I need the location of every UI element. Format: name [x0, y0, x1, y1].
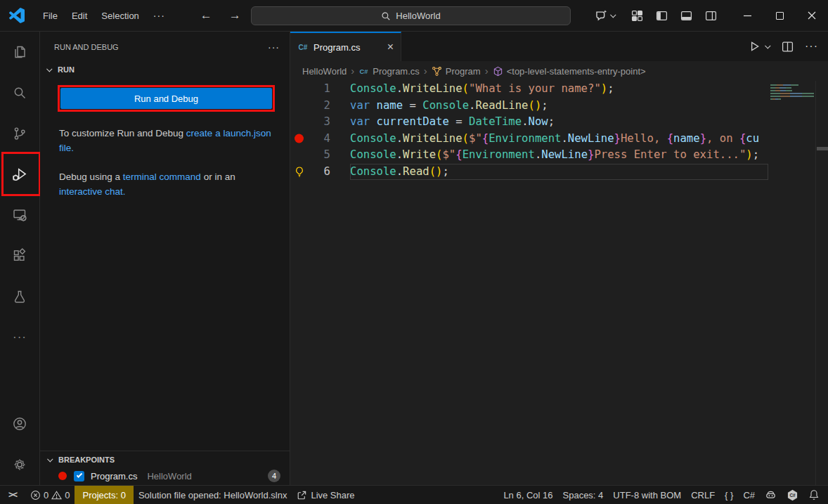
gutter[interactable]: 3 [290, 114, 350, 131]
tab-program-cs[interactable]: C# Program.cs × [290, 32, 401, 61]
explorer-icon[interactable] [0, 32, 39, 72]
menu-selection[interactable]: Selection [94, 8, 145, 24]
command-center-search[interactable]: HelloWorld [251, 6, 571, 25]
encoding-status[interactable]: UTF-8 with BOM [608, 486, 686, 504]
breadcrumb-item[interactable]: Program [432, 66, 481, 77]
remote-explorer-icon[interactable] [0, 195, 39, 235]
copilot-status-icon[interactable] [760, 486, 782, 504]
run-and-debug-icon[interactable] [0, 154, 39, 195]
minimize-button[interactable] [731, 0, 763, 31]
line-number: 4 [324, 131, 330, 148]
csharp-devkit-icon[interactable]: C# [782, 486, 803, 504]
remote-indicator[interactable]: >< [0, 486, 25, 504]
vscode-logo-icon [9, 7, 26, 24]
search-view-icon[interactable] [0, 72, 39, 113]
close-button[interactable] [796, 0, 828, 31]
sidebar-more-actions-button[interactable]: ··· [268, 41, 280, 53]
breadcrumb-item[interactable]: <top-level-statements-entry-point> [493, 66, 646, 77]
breadcrumb-label: HelloWorld [302, 66, 347, 77]
code-line-2[interactable]: 2var name = Console.ReadLine(); [290, 98, 828, 115]
notifications-bell-icon[interactable] [803, 486, 828, 504]
code-line-5[interactable]: 5Console.Write($"{Environment.NewLine}Pr… [290, 147, 828, 164]
navigate-back-icon[interactable]: ← [200, 8, 212, 22]
live-share-status[interactable]: Live Share [292, 486, 359, 504]
solution-status[interactable]: Solution file opened: HelloWorld.slnx [134, 486, 292, 504]
toggle-secondary-sidebar-icon[interactable] [705, 10, 717, 22]
accounts-icon[interactable] [0, 403, 39, 444]
copilot-icon [595, 9, 608, 22]
source-control-icon[interactable] [0, 113, 39, 154]
activity-bar: ··· [0, 32, 40, 485]
language-mode-status[interactable]: C# [738, 486, 760, 504]
annotation-box-debug-icon [1, 152, 41, 196]
overview-ruler [815, 81, 828, 485]
breadcrumb-item[interactable]: HelloWorld [302, 66, 347, 77]
class-symbol-icon [432, 66, 442, 77]
chevron-down-icon[interactable] [765, 43, 770, 49]
gutter[interactable]: 1 [290, 81, 350, 98]
menu-file[interactable]: File [36, 8, 65, 24]
tab-close-icon[interactable]: × [387, 41, 394, 53]
code-line-1[interactable]: 1Console.WriteLine("What is your name?")… [290, 81, 828, 98]
gutter[interactable]: 5 [290, 147, 350, 164]
code-text: Console.WriteLine($"{Environment.NewLine… [350, 131, 768, 148]
gutter[interactable]: 4 [290, 131, 350, 148]
projects-status[interactable]: Projects: 0 [75, 486, 133, 504]
code-line-4[interactable]: 4Console.WriteLine($"{Environment.NewLin… [290, 131, 828, 148]
chevron-right-icon: › [484, 65, 490, 77]
navigate-forward-icon[interactable]: → [229, 8, 241, 22]
brackets-status[interactable]: { } [720, 486, 738, 504]
menu-edit[interactable]: Edit [65, 8, 94, 24]
maximize-button[interactable] [763, 0, 796, 31]
breakpoints-header[interactable]: BREAKPOINTS [40, 451, 290, 467]
gutter[interactable]: 2 [290, 98, 350, 115]
customize-layout-icon[interactable] [631, 10, 643, 22]
csharp-symbol-icon: C# [358, 66, 369, 77]
menu-bar: FileEditSelection [36, 8, 146, 24]
breadcrumb-item[interactable]: C#Program.cs [358, 66, 419, 77]
overview-ruler-decoration [817, 147, 828, 150]
sidebar-paragraph: To customize Run and Debug create a laun… [59, 126, 273, 155]
more-views-icon[interactable]: ··· [0, 317, 39, 358]
sidebar-link[interactable]: interactive chat. [59, 186, 126, 197]
breakpoint-checkbox[interactable] [74, 471, 84, 482]
indentation-status[interactable]: Spaces: 4 [558, 486, 609, 504]
settings-gear-icon[interactable] [0, 444, 39, 485]
tab-bar: C# Program.cs × ··· [290, 32, 828, 61]
maximize-icon [776, 12, 784, 20]
extensions-icon[interactable] [0, 235, 39, 276]
toggle-primary-sidebar-icon[interactable] [656, 10, 668, 22]
gutter[interactable]: 6 [290, 164, 350, 181]
line-number: 5 [324, 147, 330, 164]
breakpoint-list-item[interactable]: Program.cs HelloWorld 4 [40, 467, 290, 485]
menu-more-button[interactable]: ··· [146, 7, 172, 24]
code-editor[interactable]: 1Console.WriteLine("What is your name?")… [290, 81, 828, 485]
chevron-down-icon [47, 456, 53, 462]
breakpoint-dot-icon [293, 133, 305, 145]
editor-more-actions-icon[interactable]: ··· [799, 40, 818, 53]
copilot-menu-button[interactable] [595, 9, 616, 22]
cursor-position-status[interactable]: Ln 6, Col 16 [498, 486, 557, 504]
chevron-right-icon: › [422, 65, 429, 77]
sidebar-paragraph: Debug using a terminal command or in an … [59, 169, 273, 199]
breakpoint-dot-icon [58, 472, 67, 480]
run-section-header[interactable]: RUN [40, 60, 290, 79]
line-number: 3 [324, 114, 330, 131]
sidebar-link[interactable]: terminal command [123, 172, 201, 182]
run-and-debug-button[interactable]: Run and Debug [60, 88, 272, 109]
gutter-icon-slot [293, 83, 305, 95]
toggle-panel-icon[interactable] [680, 10, 692, 22]
problems-indicator[interactable]: 0 0 [25, 486, 75, 504]
code-line-6[interactable]: 6Console.Read(); [290, 164, 828, 181]
testing-icon[interactable] [0, 276, 39, 317]
code-lines: 1Console.WriteLine("What is your name?")… [290, 81, 828, 180]
sidebar-text: Debug using a [59, 172, 123, 182]
search-value: HelloWorld [396, 11, 440, 21]
split-editor-icon[interactable] [782, 41, 794, 53]
eol-status[interactable]: CRLF [686, 486, 720, 504]
annotation-box-run-button: Run and Debug [58, 85, 275, 112]
minimap[interactable] [768, 82, 815, 485]
code-line-3[interactable]: 3var currentDate = DateTime.Now; [290, 114, 828, 131]
run-or-debug-icon[interactable] [748, 40, 761, 53]
error-count: 0 [44, 490, 48, 500]
